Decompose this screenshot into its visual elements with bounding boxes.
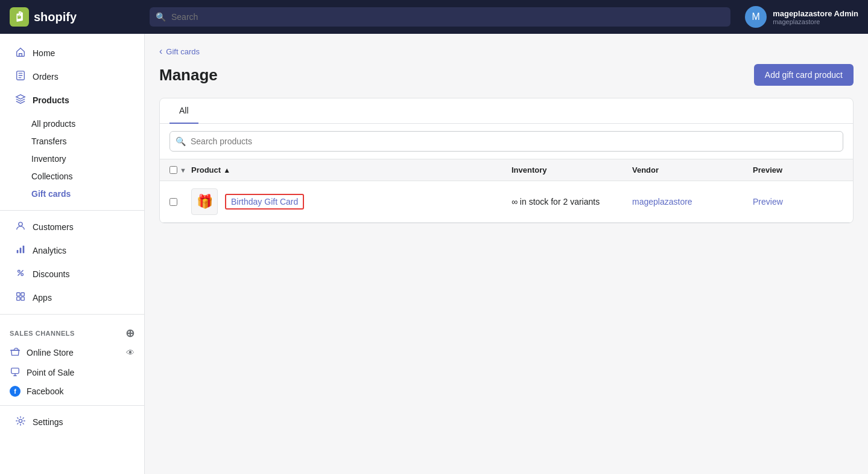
vendor-link[interactable]: mageplazastore bbox=[632, 197, 692, 207]
table-header: ▼ Product ▲ Inventory Vendor Preview bbox=[160, 159, 853, 181]
sidebar-item-settings[interactable]: Settings bbox=[5, 411, 139, 434]
sidebar-item-online-store[interactable]: Online Store 👁 bbox=[0, 342, 144, 362]
svg-rect-5 bbox=[23, 246, 25, 254]
row-checkbox[interactable] bbox=[169, 198, 177, 206]
sidebar-item-facebook[interactable]: f Facebook bbox=[0, 382, 144, 400]
layout: Home Orders Products All products Transf… bbox=[0, 34, 868, 474]
user-store: mageplazastore bbox=[773, 18, 858, 25]
svg-point-7 bbox=[21, 274, 24, 276]
search-row: 🔍 bbox=[160, 124, 853, 159]
preview-cell: Preview bbox=[753, 196, 843, 207]
sidebar-item-apps-label: Apps bbox=[33, 293, 52, 303]
sidebar-item-orders-label: Orders bbox=[33, 72, 59, 82]
table-row: 🎁 Birthday Gift Card ∞ in stock for 2 va… bbox=[160, 181, 853, 223]
sidebar-item-products[interactable]: Products bbox=[5, 89, 139, 112]
search-products-icon: 🔍 bbox=[176, 136, 186, 146]
sidebar-item-settings-label: Settings bbox=[33, 417, 63, 427]
vendor-col-label: Vendor bbox=[632, 165, 659, 175]
vendor-cell: mageplazastore bbox=[632, 196, 753, 207]
dropdown-arrow-icon[interactable]: ▼ bbox=[180, 167, 186, 174]
orders-icon bbox=[14, 70, 27, 83]
row-select-cell bbox=[169, 198, 191, 206]
svg-rect-10 bbox=[17, 297, 20, 300]
page-header: Manage Add gift card product bbox=[159, 64, 854, 86]
add-gift-card-button[interactable]: Add gift card product bbox=[754, 64, 854, 86]
sidebar-item-all-products[interactable]: All products bbox=[27, 115, 139, 132]
sidebar-item-customers[interactable]: Customers bbox=[5, 216, 139, 239]
tab-all[interactable]: All bbox=[169, 98, 198, 124]
point-of-sale-label: Point of Sale bbox=[27, 368, 74, 377]
table-header-product[interactable]: Product ▲ bbox=[191, 165, 512, 175]
sidebar-item-collections[interactable]: Collections bbox=[27, 168, 139, 185]
product-link[interactable]: Birthday Gift Card bbox=[225, 194, 304, 210]
preview-link[interactable]: Preview bbox=[753, 197, 783, 207]
preview-col-label: Preview bbox=[753, 165, 782, 175]
sales-channels-title-text: SALES CHANNELS bbox=[10, 330, 75, 337]
settings-icon bbox=[14, 415, 27, 429]
user-area: M mageplazastore Admin mageplazastore bbox=[745, 6, 858, 28]
products-card: All 🔍 ▼ Product ▲ Inventory bbox=[159, 98, 854, 223]
sidebar-item-discounts[interactable]: Discounts bbox=[5, 263, 139, 286]
search-input[interactable] bbox=[150, 7, 730, 27]
sidebar-item-analytics[interactable]: Analytics bbox=[5, 239, 139, 262]
svg-point-13 bbox=[19, 419, 22, 422]
table-header-select: ▼ bbox=[169, 165, 191, 175]
point-of-sale-icon bbox=[10, 366, 21, 379]
search-icon: 🔍 bbox=[156, 12, 166, 22]
avatar: M bbox=[745, 6, 767, 28]
customers-icon bbox=[14, 220, 27, 234]
online-store-icon bbox=[10, 346, 21, 359]
sidebar-item-transfers[interactable]: Transfers bbox=[27, 133, 139, 150]
svg-point-6 bbox=[18, 271, 21, 273]
sidebar-divider-2 bbox=[0, 314, 144, 315]
online-store-label: Online Store bbox=[27, 348, 74, 357]
top-navigation: shopify 🔍 M mageplazastore Admin magepla… bbox=[0, 0, 868, 34]
search-products-wrapper: 🔍 bbox=[169, 131, 843, 152]
facebook-icon: f bbox=[10, 386, 21, 397]
apps-icon bbox=[14, 291, 27, 304]
svg-rect-0 bbox=[10, 7, 29, 27]
sidebar-item-orders[interactable]: Orders bbox=[5, 65, 139, 88]
inventory-cell: ∞ in stock for 2 variants bbox=[512, 197, 632, 207]
select-all-checkbox[interactable] bbox=[169, 166, 177, 174]
product-cell: 🎁 Birthday Gift Card bbox=[191, 188, 512, 215]
shopify-logo-text: shopify bbox=[34, 10, 77, 24]
svg-rect-8 bbox=[17, 293, 20, 296]
table-header-inventory: Inventory bbox=[512, 165, 632, 175]
sidebar-products-submenu: All products Transfers Inventory Collect… bbox=[0, 112, 144, 205]
table-header-vendor: Vendor bbox=[632, 165, 753, 175]
sidebar-item-gift-cards[interactable]: Gift cards bbox=[27, 185, 139, 202]
sidebar: Home Orders Products All products Transf… bbox=[0, 34, 145, 474]
eye-icon: 👁 bbox=[126, 348, 135, 357]
svg-rect-4 bbox=[20, 248, 22, 253]
sidebar-item-discounts-label: Discounts bbox=[33, 269, 69, 279]
add-sales-channel-button[interactable]: ⊕ bbox=[125, 327, 135, 340]
svg-rect-12 bbox=[11, 368, 19, 374]
sidebar-item-home-label: Home bbox=[33, 48, 55, 58]
sales-channels-title: SALES CHANNELS ⊕ bbox=[0, 319, 144, 342]
inventory-col-label: Inventory bbox=[512, 165, 547, 175]
svg-point-2 bbox=[19, 222, 22, 226]
breadcrumb-chevron: ‹ bbox=[159, 46, 162, 57]
analytics-icon bbox=[14, 244, 27, 257]
sidebar-item-point-of-sale[interactable]: Point of Sale bbox=[0, 362, 144, 382]
svg-rect-3 bbox=[17, 250, 19, 253]
svg-rect-9 bbox=[21, 293, 24, 296]
sort-icon: ▲ bbox=[223, 166, 230, 175]
sidebar-divider-1 bbox=[0, 210, 144, 211]
tabs: All bbox=[160, 98, 853, 124]
product-thumb-emoji: 🎁 bbox=[197, 194, 213, 210]
search-wrapper: 🔍 bbox=[150, 7, 730, 27]
sidebar-item-inventory[interactable]: Inventory bbox=[27, 150, 139, 167]
sidebar-item-home[interactable]: Home bbox=[5, 42, 139, 65]
svg-rect-11 bbox=[21, 297, 24, 300]
breadcrumb[interactable]: ‹ Gift cards bbox=[159, 46, 854, 57]
sidebar-item-apps[interactable]: Apps bbox=[5, 286, 139, 309]
sidebar-divider-3 bbox=[0, 405, 144, 406]
user-name: mageplazastore Admin bbox=[773, 9, 858, 18]
user-info: mageplazastore Admin mageplazastore bbox=[773, 9, 858, 25]
search-products-input[interactable] bbox=[169, 131, 843, 152]
table-header-preview: Preview bbox=[753, 165, 843, 175]
sidebar-item-customers-label: Customers bbox=[33, 222, 74, 232]
shopify-logo-icon bbox=[10, 7, 29, 27]
